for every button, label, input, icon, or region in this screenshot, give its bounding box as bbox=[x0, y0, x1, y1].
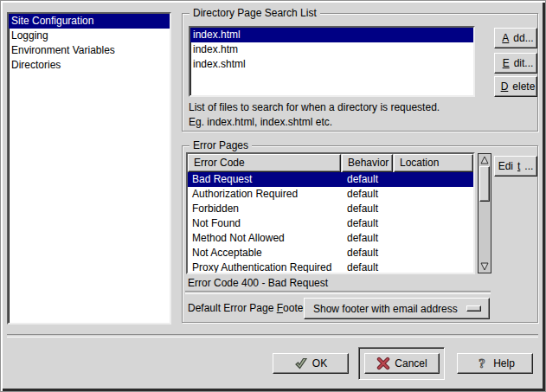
sidebar-item[interactable]: Environment Variables bbox=[9, 43, 170, 58]
table-row[interactable]: Not Founddefault bbox=[188, 216, 473, 231]
sidebar-list[interactable]: Site ConfigurationLoggingEnvironment Var… bbox=[7, 12, 171, 325]
error-code-cell: Forbidden bbox=[188, 202, 342, 216]
table-row[interactable]: Authorization Requireddefault bbox=[188, 187, 473, 202]
behavior-cell: default bbox=[342, 187, 394, 202]
table-row[interactable]: Method Not Alloweddefault bbox=[188, 231, 473, 246]
table-row[interactable]: Forbiddendefault bbox=[188, 202, 473, 216]
file-list-item[interactable]: index.html bbox=[190, 28, 473, 42]
option-menu-indicator-icon bbox=[466, 305, 481, 312]
behavior-cell: default bbox=[342, 202, 394, 216]
location-cell bbox=[394, 260, 473, 273]
location-cell bbox=[394, 231, 473, 246]
help-button[interactable]: ? Help bbox=[457, 353, 533, 374]
behavior-cell: default bbox=[342, 231, 394, 246]
location-cell bbox=[394, 202, 473, 216]
error-pages-table: Error Code Behavior Location Bad Request… bbox=[186, 152, 475, 274]
column-header-error-code[interactable]: Error Code bbox=[188, 154, 341, 172]
footer-dropdown-label: Default Error Page Footer: bbox=[188, 302, 310, 314]
directory-file-list[interactable]: index.htmlindex.htmindex.shtml bbox=[189, 26, 475, 97]
error-code-cell: Authorization Required bbox=[188, 187, 342, 202]
location-cell bbox=[394, 216, 473, 231]
location-cell bbox=[394, 246, 473, 260]
delete-file-button[interactable]: Delete bbox=[494, 76, 537, 97]
directory-search-caption-1: List of files to search for when a direc… bbox=[189, 101, 440, 113]
error-code-status: Error Code 400 - Bad Request bbox=[188, 277, 328, 289]
file-list-item[interactable]: index.htm bbox=[190, 42, 473, 57]
sidebar-item[interactable]: Logging bbox=[9, 29, 170, 43]
configuration-dialog: Site ConfigurationLoggingEnvironment Var… bbox=[0, 0, 546, 392]
footer-dropdown-value: Show footer with email address bbox=[313, 303, 458, 315]
svg-text:?: ? bbox=[479, 357, 485, 370]
cancel-button[interactable]: Cancel bbox=[364, 353, 440, 374]
error-table-body: Bad RequestdefaultAuthorization Required… bbox=[188, 172, 473, 273]
footer-separator bbox=[7, 334, 538, 337]
location-cell bbox=[394, 172, 473, 187]
cancel-default-frame: Cancel bbox=[358, 347, 445, 380]
footer-dropdown[interactable]: Show footer with email address bbox=[304, 298, 490, 319]
column-header-behavior[interactable]: Behavior bbox=[342, 154, 393, 172]
behavior-cell: default bbox=[342, 246, 394, 260]
location-cell bbox=[394, 187, 473, 202]
error-code-cell: Bad Request bbox=[188, 172, 342, 187]
error-pages-frame-title: Error Pages bbox=[189, 139, 252, 151]
error-frame-separator bbox=[185, 291, 491, 294]
edit-error-page-button[interactable]: Edit... bbox=[494, 156, 537, 177]
table-row[interactable]: Bad Requestdefault bbox=[188, 172, 473, 187]
behavior-cell: default bbox=[342, 172, 394, 187]
error-table-scrollbar[interactable] bbox=[478, 153, 491, 273]
ok-button[interactable]: OK bbox=[273, 353, 349, 374]
scrollbar-thumb[interactable] bbox=[479, 166, 490, 202]
sidebar-item[interactable]: Directories bbox=[9, 58, 170, 73]
behavior-cell: default bbox=[342, 216, 394, 231]
sidebar-item[interactable]: Site Configuration bbox=[9, 14, 170, 29]
error-table-header: Error Code Behavior Location bbox=[188, 154, 473, 172]
table-row[interactable]: Proxy Authentication Requireddefault bbox=[188, 260, 473, 273]
help-question-icon: ? bbox=[475, 357, 489, 370]
ok-check-icon bbox=[294, 357, 308, 370]
cancel-x-icon bbox=[376, 357, 390, 370]
file-list-item[interactable]: index.shtml bbox=[190, 57, 473, 72]
directory-search-frame-title: Directory Page Search List bbox=[189, 7, 320, 19]
behavior-cell: default bbox=[342, 260, 394, 273]
scroll-down-icon[interactable] bbox=[479, 261, 490, 272]
directory-search-caption-2: Eg. index.html, index.shtml etc. bbox=[189, 116, 332, 128]
error-code-cell: Not Acceptable bbox=[188, 246, 342, 260]
error-code-cell: Proxy Authentication Required bbox=[188, 260, 342, 273]
table-row[interactable]: Not Acceptabledefault bbox=[188, 246, 473, 260]
error-code-cell: Method Not Allowed bbox=[188, 231, 342, 246]
edit-file-button[interactable]: Edit... bbox=[494, 53, 537, 74]
scroll-up-icon[interactable] bbox=[479, 155, 490, 165]
add-button[interactable]: Add... bbox=[494, 28, 537, 48]
error-code-cell: Not Found bbox=[188, 216, 342, 231]
column-header-location[interactable]: Location bbox=[394, 154, 473, 172]
